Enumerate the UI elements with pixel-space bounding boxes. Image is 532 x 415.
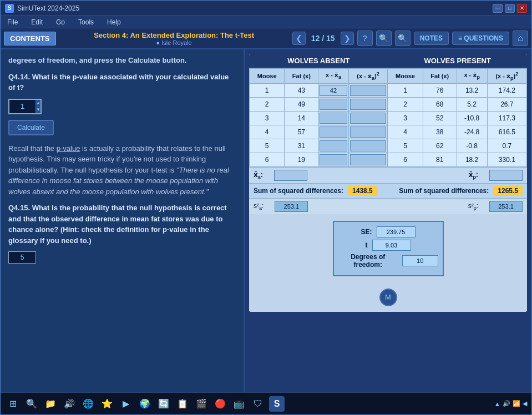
section-title: Section 4: An Extended Exploration: The …: [94, 31, 254, 39]
spinner-up[interactable]: ▲: [36, 100, 40, 107]
moose-present-2: 2: [388, 97, 423, 111]
fat-present-5: 62: [423, 139, 457, 153]
close-button[interactable]: ✕: [517, 4, 527, 13]
minimize-button[interactable]: ─: [493, 4, 503, 13]
prev-page-button[interactable]: ❮: [292, 32, 306, 45]
diffsq-present-3: 117.3: [487, 111, 526, 125]
var-p-label: s²p:: [468, 202, 478, 211]
menu-tools[interactable]: Tools: [76, 17, 96, 27]
q4-14-label: Q4.14. What is the p-value associated wi…: [8, 72, 236, 93]
df-label: Degrees of freedom:: [338, 253, 398, 269]
section-subtitle: ● Isle Royale: [156, 39, 192, 46]
moose-present-5: 5: [388, 139, 423, 153]
var-a-value[interactable]: 253.1: [275, 201, 308, 212]
next-page-button[interactable]: ❯: [341, 32, 354, 45]
df-value[interactable]: 10: [402, 255, 438, 266]
calculate-button[interactable]: Calculate: [8, 120, 54, 135]
help-icon-button[interactable]: ?: [357, 31, 373, 46]
taskbar-globe[interactable]: 🌍: [137, 396, 153, 412]
graph-button[interactable]: M: [379, 289, 397, 306]
fat-present-1: 76: [423, 83, 457, 97]
taskbar-browser1[interactable]: 🌐: [80, 396, 96, 412]
taskbar-calendar[interactable]: 📋: [175, 396, 190, 412]
moose-present-4: 4: [388, 125, 423, 139]
moose-absent-2: 2: [250, 97, 285, 111]
search-button[interactable]: 🔍: [376, 31, 392, 46]
col-moose-absent: Moose: [250, 69, 285, 84]
taskbar-red[interactable]: 🔴: [212, 396, 228, 412]
se-calculation-box: SE: 239.75 t 9.03 Degrees of freedom: 10: [333, 221, 444, 276]
col-diffsq-absent: (x - x̄a)2: [348, 69, 388, 84]
diff-present-3: -10.8: [457, 111, 487, 125]
recall-text: Recall that the p-value is actually a pr…: [8, 143, 236, 198]
taskbar-star[interactable]: ⭐: [99, 396, 115, 412]
fat-present-2: 68: [423, 97, 457, 111]
menu-file[interactable]: File: [5, 17, 20, 27]
app-icon: S: [5, 4, 14, 13]
menu-edit[interactable]: Edit: [29, 17, 45, 27]
taskbar-refresh[interactable]: 🔄: [156, 396, 171, 412]
xbar-p-label: x̄p:: [469, 171, 478, 180]
sum-absent-value: 1438.5: [348, 186, 377, 196]
taskbar-audio[interactable]: 🔊: [62, 396, 77, 412]
taskbar-start[interactable]: ⊞: [5, 396, 21, 412]
taskbar-media[interactable]: 🎬: [194, 396, 209, 412]
xbar-p-input[interactable]: [489, 170, 523, 181]
moose-absent-3: 3: [250, 111, 285, 125]
taskbar-shield[interactable]: 🛡: [250, 396, 266, 412]
col-diff-absent: x - x̄a: [318, 69, 348, 84]
diff-absent-5[interactable]: [318, 139, 348, 153]
col-diffsq-present: (x - x̄p)2: [487, 69, 526, 84]
fat-absent-4: 57: [285, 125, 318, 139]
diff-absent-6[interactable]: [318, 153, 348, 166]
col-moose-present: Moose: [388, 69, 423, 84]
answer-input[interactable]: 5: [8, 251, 36, 264]
degrees-freedom-spinner[interactable]: 1 ▲ ▼: [8, 99, 42, 114]
fat-absent-3: 14: [285, 111, 318, 125]
diffsq-absent-2[interactable]: [348, 97, 388, 111]
zoom-button[interactable]: 🔍: [395, 31, 411, 46]
moose-present-3: 3: [388, 111, 423, 125]
contents-button[interactable]: CONTENTS: [4, 32, 56, 45]
diff-absent-3[interactable]: [318, 111, 348, 125]
spinner-value: 1: [9, 102, 36, 110]
diffsq-absent-6[interactable]: [348, 153, 388, 166]
diffsq-absent-1[interactable]: [348, 83, 388, 97]
sum-present-value: 1265.5: [493, 186, 523, 196]
xbar-a-input[interactable]: [274, 170, 307, 181]
notes-button[interactable]: NOTES: [414, 32, 449, 45]
menu-go[interactable]: Go: [54, 17, 67, 27]
col-diff-present: x - x̄p: [457, 69, 487, 84]
taskbar-play[interactable]: ▶: [118, 396, 134, 412]
diffsq-absent-3[interactable]: [348, 111, 388, 125]
fat-present-6: 81: [423, 153, 457, 166]
diffsq-present-5: 0.7: [487, 139, 526, 153]
menu-help[interactable]: Help: [105, 17, 123, 27]
page-indicator: 12 / 15: [309, 34, 337, 43]
t-value[interactable]: 9.03: [372, 240, 411, 251]
wolves-present-header: WOLVES PRESENT: [388, 54, 528, 68]
sum-present-label: Sum of squared differences:: [399, 187, 489, 195]
diff-present-4: -24.8: [457, 125, 487, 139]
intro-text: degrees of freedom, and press the Calcul…: [8, 55, 236, 66]
spinner-down[interactable]: ▼: [36, 107, 40, 113]
wolves-absent-header: WOLVES ABSENT: [249, 54, 388, 68]
diff-absent-2[interactable]: [318, 97, 348, 111]
taskbar-search[interactable]: 🔍: [24, 396, 39, 412]
diffsq-present-6: 330.1: [487, 153, 526, 166]
diff-absent-4[interactable]: [318, 125, 348, 139]
questions-button[interactable]: ≡ QUESTIONS: [452, 32, 509, 45]
home-button[interactable]: ⌂: [513, 31, 528, 46]
moose-present-6: 6: [388, 153, 423, 166]
maximize-button[interactable]: □: [505, 4, 515, 13]
taskbar-simUtext[interactable]: S: [269, 396, 285, 412]
diffsq-present-2: 26.7: [487, 97, 526, 111]
taskbar-files[interactable]: 📁: [43, 396, 58, 412]
xbar-a-label: x̄a:: [254, 171, 263, 180]
se-value[interactable]: 239.75: [377, 226, 416, 237]
var-p-value[interactable]: 253.1: [489, 201, 523, 212]
diffsq-absent-5[interactable]: [348, 139, 388, 153]
diff-absent-1[interactable]: 42: [318, 83, 348, 97]
taskbar-monitor[interactable]: 📺: [231, 396, 247, 412]
diffsq-absent-4[interactable]: [348, 125, 388, 139]
